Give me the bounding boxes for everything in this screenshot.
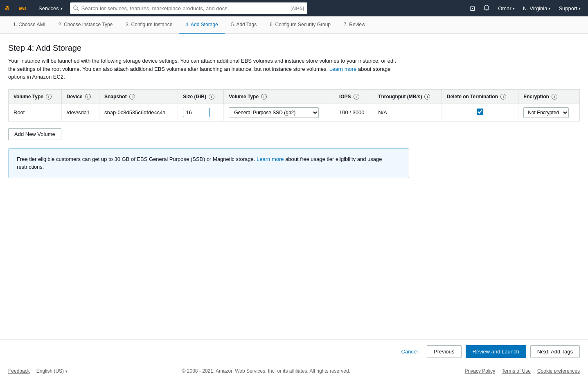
wizard-step-configure-instance[interactable]: 3. Configure Instance <box>119 16 179 34</box>
info-box-text-part1: Free tier eligible customers can get up … <box>17 156 255 162</box>
col-header-device: Device i <box>61 89 99 104</box>
row-size-cell <box>178 104 224 121</box>
table-row: Root /dev/sda1 snap-0c8d535c6dfde4c4a Ge… <box>9 104 580 121</box>
col-header-size: Size (GiB) i <box>178 89 224 104</box>
row-encryption-cell: Not Encrypted Encrypted <box>518 104 580 121</box>
encryption-col-info-icon[interactable]: i <box>552 94 557 100</box>
services-chevron-icon: ▾ <box>61 6 63 11</box>
volume-type-select[interactable]: General Purpose SSD (gp2) General Purpos… <box>229 107 319 118</box>
col-header-encryption: Encryption i <box>518 89 580 104</box>
info-box: Free tier eligible customers can get up … <box>8 148 409 178</box>
global-search-bar[interactable]: [Alt+S] <box>70 2 307 14</box>
add-new-volume-button[interactable]: Add New Volume <box>8 128 61 140</box>
language-selector[interactable]: English (US) ▾ <box>36 368 68 374</box>
terms-of-use-link[interactable]: Terms of Use <box>502 368 531 374</box>
user-label: Omar <box>498 5 511 11</box>
region-chevron-icon: ▾ <box>548 6 550 11</box>
search-input[interactable] <box>81 5 287 11</box>
aws-logo[interactable]: aws <box>4 4 31 12</box>
delete-on-termination-col-info-icon[interactable]: i <box>500 94 506 100</box>
col-header-volume-type: Volume Type i <box>9 89 62 104</box>
terminal-icon: ⊡ <box>470 5 475 12</box>
services-nav[interactable]: Services ▾ <box>36 0 65 16</box>
volume-type-val-col-info-icon[interactable]: i <box>261 94 267 100</box>
wizard-step-add-storage[interactable]: 4. Add Storage <box>179 16 224 34</box>
wizard-step-choose-instance-type[interactable]: 2. Choose Instance Type <box>52 16 119 34</box>
region-label: N. Virginia <box>523 5 547 11</box>
wizard-step-choose-ami[interactable]: 1. Choose AMI <box>7 16 52 34</box>
page-description: Your instance will be launched with the … <box>8 57 401 81</box>
region-menu-btn[interactable]: N. Virginia ▾ <box>520 4 554 13</box>
row-delete-on-termination-cell <box>442 104 518 121</box>
search-icon <box>73 5 79 11</box>
nav-right: ⊡ Omar ▾ N. Virginia ▾ Support ▾ <box>466 3 584 14</box>
col-header-snapshot: Snapshot i <box>99 89 178 104</box>
col-header-throughput: Throughput (MB/s) i <box>373 89 442 104</box>
bell-icon <box>483 5 490 11</box>
storage-table: Volume Type i Device i Snapshot i <box>8 89 580 122</box>
review-and-launch-button[interactable]: Review and Launch <box>466 345 526 358</box>
volume-type-col-info-icon[interactable]: i <box>46 94 52 100</box>
privacy-policy-link[interactable]: Privacy Policy <box>465 368 496 374</box>
col-header-volume-type-val: Volume Type i <box>224 89 334 104</box>
wizard-step-add-tags[interactable]: 5. Add Tags <box>225 16 264 34</box>
support-menu-btn[interactable]: Support ▾ <box>555 4 584 13</box>
wizard-step-review[interactable]: 7. Review <box>337 16 372 34</box>
learn-more-link-desc[interactable]: Learn more <box>329 66 356 72</box>
bottom-bar-left: Feedback English (US) ▾ <box>8 368 68 374</box>
language-label: English (US) <box>36 368 64 374</box>
terminal-icon-btn[interactable]: ⊡ <box>466 3 478 14</box>
row-volume-type-value-cell: General Purpose SSD (gp2) General Purpos… <box>224 104 334 121</box>
row-snapshot-cell: snap-0c8d535c6dfde4c4a <box>99 104 178 121</box>
cookie-preferences-link[interactable]: Cookie preferences <box>537 368 580 374</box>
user-menu-btn[interactable]: Omar ▾ <box>495 4 518 13</box>
col-header-delete-on-termination: Delete on Termination i <box>442 89 518 104</box>
row-throughput-cell: N/A <box>373 104 442 121</box>
wizard-steps: 1. Choose AMI 2. Choose Instance Type 3.… <box>0 16 588 34</box>
row-volume-type-cell: Root <box>9 104 62 121</box>
user-chevron-icon: ▾ <box>513 6 515 11</box>
bell-icon-btn[interactable] <box>480 3 493 13</box>
snapshot-col-info-icon[interactable]: i <box>129 94 135 100</box>
support-chevron-icon: ▾ <box>579 6 581 11</box>
col-header-iops: IOPS i <box>334 89 373 104</box>
main-content: Step 4: Add Storage Your instance will b… <box>0 34 588 339</box>
size-col-info-icon[interactable]: i <box>209 94 214 100</box>
cancel-button[interactable]: Cancel <box>397 346 423 357</box>
bottom-bar: Feedback English (US) ▾ © 2008 - 2021, A… <box>0 364 588 378</box>
svg-line-2 <box>77 9 79 11</box>
page-title: Step 4: Add Storage <box>8 43 580 53</box>
next-add-tags-button[interactable]: Next: Add Tags <box>530 345 580 358</box>
footer-actions: Cancel Previous Review and Launch Next: … <box>0 339 588 364</box>
svg-text:aws: aws <box>19 6 27 11</box>
size-input[interactable] <box>183 108 210 117</box>
feedback-link[interactable]: Feedback <box>8 368 30 374</box>
bottom-bar-right: Privacy Policy Terms of Use Cookie prefe… <box>465 368 580 374</box>
bottom-bar-copyright: © 2008 - 2021, Amazon Web Services, Inc.… <box>68 368 465 374</box>
search-shortcut-label: [Alt+S] <box>291 6 304 11</box>
top-nav: aws Services ▾ [Alt+S] ⊡ Omar ▾ N. Virgi… <box>0 0 588 16</box>
support-label: Support <box>559 5 577 11</box>
row-iops-cell: 100 / 3000 <box>334 104 373 121</box>
previous-button[interactable]: Previous <box>427 345 462 358</box>
device-col-info-icon[interactable]: i <box>85 94 91 100</box>
svg-point-1 <box>74 6 77 9</box>
iops-col-info-icon[interactable]: i <box>354 94 359 100</box>
throughput-col-info-icon[interactable]: i <box>424 94 430 100</box>
row-device-cell: /dev/sda1 <box>61 104 99 121</box>
encryption-select[interactable]: Not Encrypted Encrypted <box>523 107 569 118</box>
info-box-learn-more-link[interactable]: Learn more <box>257 156 284 162</box>
wizard-step-configure-security-group[interactable]: 6. Configure Security Group <box>263 16 337 34</box>
services-label: Services <box>38 5 59 11</box>
delete-on-termination-checkbox[interactable] <box>477 109 483 115</box>
